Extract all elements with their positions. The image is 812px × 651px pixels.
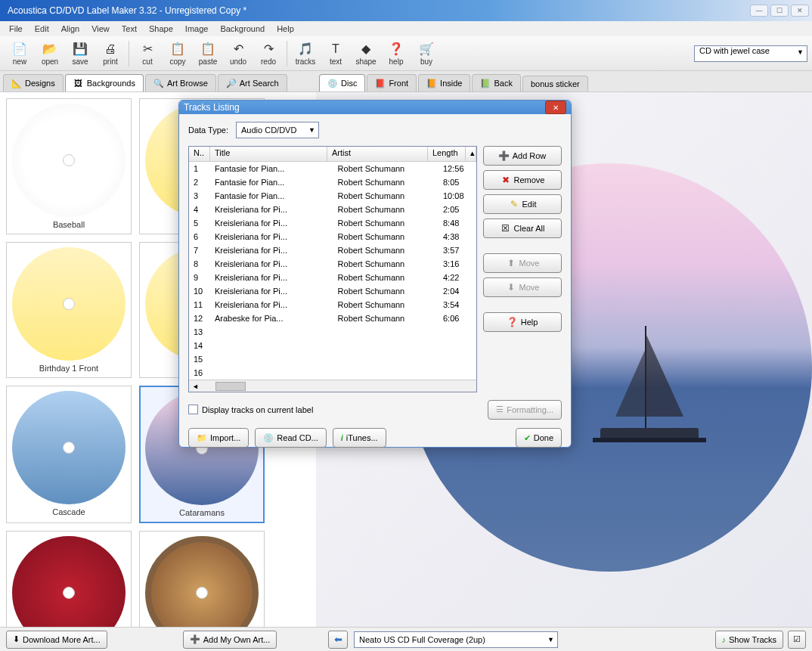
menu-background[interactable]: Background <box>214 23 271 35</box>
download-art-button[interactable]: ⬇ Download More Art... <box>6 631 107 649</box>
thumbnail-item[interactable] <box>6 531 132 627</box>
paper-type-select[interactable]: Neato US CD Full Coverage (2up) ▼ <box>354 631 558 648</box>
right-tab-inside[interactable]: 📙Inside <box>418 74 470 91</box>
toolbar-copy-button[interactable]: 📋copy <box>163 38 193 70</box>
cell-n: 9 <box>189 272 210 283</box>
right-tab-bonus-sticker[interactable]: bonus sticker <box>522 76 588 91</box>
left-tab-art-browse[interactable]: 🔍Art Browse <box>145 74 216 91</box>
move-up-button[interactable]: ⬆Move <box>483 253 562 273</box>
track-row[interactable]: 12Arabeske for Pia...Robert Schumann6:06 <box>189 312 476 325</box>
menu-text[interactable]: Text <box>116 23 143 35</box>
track-row[interactable]: 8Kreisleriana for Pi...Robert Schumann3:… <box>189 257 476 271</box>
add-row-button[interactable]: ➕Add Row <box>483 146 562 166</box>
toolbar-save-button[interactable]: 💾save <box>65 38 95 70</box>
data-type-select[interactable]: Audio CD/DVD ▼ <box>236 122 319 138</box>
menu-file[interactable]: File <box>3 23 29 35</box>
read-cd-button[interactable]: 💿Read CD... <box>255 428 326 448</box>
toolbar-undo-button[interactable]: ↶undo <box>223 38 253 70</box>
col-length[interactable]: Length <box>428 147 466 161</box>
toggle-button[interactable]: ☑ <box>788 631 806 649</box>
itunes-button[interactable]: iiTunes... <box>333 428 386 448</box>
scroll-left-icon[interactable]: ◄ <box>189 383 202 390</box>
menu-align[interactable]: Align <box>55 23 85 35</box>
info-icon: i <box>341 433 343 442</box>
track-row[interactable]: 10Kreisleriana for Pi...Robert Schumann2… <box>189 284 476 298</box>
right-tab-front[interactable]: 📕Front <box>367 74 417 91</box>
track-row[interactable]: 11Kreisleriana for Pi...Robert Schumann3… <box>189 298 476 312</box>
track-row[interactable]: 15 <box>189 352 476 366</box>
track-row[interactable]: 7Kreisleriana for Pi...Robert Schumann3:… <box>189 243 476 257</box>
track-row[interactable]: 4Kreisleriana for Pi...Robert Schumann2:… <box>189 203 476 216</box>
tracks-icon: 🎵 <box>298 42 313 57</box>
cell-artist <box>333 331 439 333</box>
formatting-button[interactable]: ☰ Formatting... <box>488 400 562 420</box>
thumbnail-baseball[interactable]: Baseball <box>6 98 132 234</box>
menu-shape[interactable]: Shape <box>143 23 179 35</box>
clear-all-button[interactable]: ☒Clear All <box>483 219 562 238</box>
horizontal-scrollbar[interactable]: ◄ <box>189 380 476 392</box>
col-n[interactable]: N.. <box>189 147 210 161</box>
close-button[interactable]: ✕ <box>791 5 809 17</box>
left-tab-designs[interactable]: 📐Designs <box>3 74 64 91</box>
track-row[interactable]: 6Kreisleriana for Pi...Robert Schumann4:… <box>189 230 476 243</box>
toolbar-new-button[interactable]: 📄new <box>5 38 35 70</box>
prev-paper-button[interactable]: ⬅ <box>328 631 348 649</box>
thumbnail-birthday-1-front[interactable]: Birthday 1 Front <box>6 242 132 378</box>
toolbar-cut-button[interactable]: ✂cut <box>132 38 163 70</box>
toolbar-tracks-button[interactable]: 🎵tracks <box>290 38 321 70</box>
done-button[interactable]: ✔Done <box>516 428 562 448</box>
edit-button[interactable]: ✎Edit <box>483 194 562 214</box>
toolbar-label: text <box>330 57 342 66</box>
cell-artist: Robert Schumann <box>333 231 439 242</box>
track-row[interactable]: 5Kreisleriana for Pi...Robert Schumann8:… <box>189 216 476 230</box>
import-button[interactable]: 📁Import... <box>188 428 249 448</box>
layout-select[interactable]: CD with jewel case ▼ <box>694 45 807 62</box>
toolbar-help-button[interactable]: ❓help <box>381 38 411 70</box>
left-tab-art-search[interactable]: 🔎Art Search <box>218 74 287 91</box>
track-row[interactable]: 9Kreisleriana for Pi...Robert Schumann4:… <box>189 271 476 284</box>
track-row[interactable]: 2Fantasie for Pian...Robert Schumann8:05 <box>189 175 476 189</box>
menu-view[interactable]: View <box>85 23 116 35</box>
maximize-button[interactable]: ☐ <box>770 5 789 17</box>
right-tab-back[interactable]: 📗Back <box>472 74 520 91</box>
cell-artist: Robert Schumann <box>333 299 439 310</box>
track-row[interactable]: 14 <box>189 339 476 352</box>
menu-image[interactable]: Image <box>179 23 215 35</box>
toolbar-buy-button[interactable]: 🛒buy <box>411 38 442 70</box>
remove-button[interactable]: ✖Remove <box>483 170 562 190</box>
help-button[interactable]: ❓Help <box>483 312 562 332</box>
toolbar-paste-button[interactable]: 📋paste <box>193 38 223 70</box>
tab-icon: 🔍 <box>153 78 164 88</box>
thumbnail-label: Birthday 1 Front <box>39 364 98 373</box>
cell-length: 2:04 <box>439 286 476 296</box>
menu-edit[interactable]: Edit <box>29 23 55 35</box>
col-artist[interactable]: Artist <box>327 147 428 161</box>
toolbar-print-button[interactable]: 🖨print <box>95 38 126 70</box>
toolbar-shape-button[interactable]: ◆shape <box>351 38 381 70</box>
dialog-titlebar[interactable]: Tracks Listing ✕ <box>179 101 571 114</box>
paste-icon: 📋 <box>200 42 215 57</box>
track-row[interactable]: 3Fantasie for Pian...Robert Schumann10:0… <box>189 189 476 203</box>
right-tab-disc[interactable]: 💿Disc <box>319 74 365 91</box>
thumbnail-item[interactable] <box>139 531 265 627</box>
scroll-thumb[interactable] <box>215 382 246 391</box>
menu-help[interactable]: Help <box>271 23 300 35</box>
cell-length <box>439 372 476 374</box>
toolbar-open-button[interactable]: 📂open <box>35 38 65 70</box>
display-tracks-checkbox[interactable]: Display tracks on current label <box>188 405 313 414</box>
tracks-table[interactable]: N.. Title Artist Length ▴ 1Fantasie for … <box>188 146 477 392</box>
show-tracks-button[interactable]: ♪ Show Tracks <box>715 631 783 649</box>
toolbar-text-button[interactable]: Ttext <box>321 38 351 70</box>
left-tab-backgrounds[interactable]: 🖼Backgrounds <box>65 74 144 91</box>
thumbnail-cascade[interactable]: Cascade <box>6 386 132 523</box>
move-down-button[interactable]: ⬇Move <box>483 277 562 297</box>
minimize-button[interactable]: — <box>750 5 768 17</box>
add-own-art-button[interactable]: ➕ Add My Own Art... <box>183 631 277 649</box>
dialog-close-button[interactable]: ✕ <box>545 101 566 114</box>
track-row[interactable]: 13 <box>189 325 476 339</box>
toolbar-redo-button[interactable]: ↷redo <box>253 38 284 70</box>
track-row[interactable]: 1Fantasie for Pian...Robert Schumann12:5… <box>189 162 476 175</box>
tab-icon: 🔎 <box>226 78 237 88</box>
col-title[interactable]: Title <box>210 147 327 161</box>
track-row[interactable]: 16 <box>189 366 476 380</box>
